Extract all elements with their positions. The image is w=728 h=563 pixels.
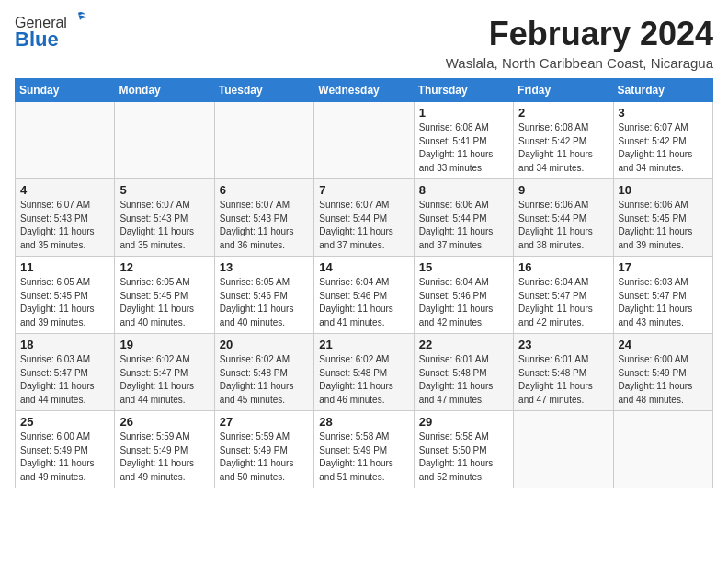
day-number: 25: [20, 415, 109, 429]
day-info: Sunrise: 6:05 AM Sunset: 5:45 PM Dayligh…: [119, 276, 209, 329]
day-number: 18: [20, 338, 109, 351]
logo-bird-icon: [69, 11, 87, 28]
day-info: Sunrise: 6:08 AM Sunset: 5:42 PM Dayligh…: [518, 121, 608, 175]
day-number: 19: [119, 338, 209, 351]
header: General Blue February 2024 Waslala, Nort…: [15, 15, 713, 71]
weekday-header-cell: Sunday: [16, 79, 115, 102]
day-number: 16: [518, 260, 608, 274]
calendar-day-cell: [214, 102, 313, 179]
day-info: Sunrise: 6:07 AM Sunset: 5:43 PM Dayligh…: [220, 199, 309, 252]
day-number: 15: [419, 260, 508, 274]
calendar-day-cell: [514, 411, 613, 488]
day-number: 27: [220, 415, 309, 429]
calendar-week-row: 11Sunrise: 6:05 AM Sunset: 5:45 PM Dayli…: [16, 257, 713, 334]
calendar-week-row: 18Sunrise: 6:03 AM Sunset: 5:47 PM Dayli…: [16, 334, 713, 411]
calendar-day-cell: [16, 102, 115, 179]
calendar-day-cell: 10Sunrise: 6:06 AM Sunset: 5:45 PM Dayli…: [613, 179, 712, 257]
calendar-day-cell: 6Sunrise: 6:07 AM Sunset: 5:43 PM Daylig…: [214, 179, 313, 257]
day-info: Sunrise: 5:58 AM Sunset: 5:50 PM Dayligh…: [419, 431, 508, 484]
day-number: 22: [419, 338, 508, 351]
day-number: 12: [119, 260, 209, 274]
calendar-day-cell: 19Sunrise: 6:02 AM Sunset: 5:47 PM Dayli…: [115, 334, 214, 411]
calendar-day-cell: 5Sunrise: 6:07 AM Sunset: 5:43 PM Daylig…: [115, 179, 214, 257]
calendar-week-row: 4Sunrise: 6:07 AM Sunset: 5:43 PM Daylig…: [16, 179, 713, 257]
calendar-day-cell: 21Sunrise: 6:02 AM Sunset: 5:48 PM Dayli…: [314, 334, 414, 411]
day-info: Sunrise: 6:00 AM Sunset: 5:49 PM Dayligh…: [619, 353, 708, 407]
day-number: 1: [419, 106, 508, 120]
day-info: Sunrise: 6:02 AM Sunset: 5:47 PM Dayligh…: [119, 353, 209, 407]
day-number: 23: [518, 338, 608, 351]
day-number: 5: [119, 183, 209, 197]
calendar-day-cell: 7Sunrise: 6:07 AM Sunset: 5:44 PM Daylig…: [314, 179, 414, 257]
calendar-day-cell: 16Sunrise: 6:04 AM Sunset: 5:47 PM Dayli…: [514, 257, 613, 334]
calendar-day-cell: 22Sunrise: 6:01 AM Sunset: 5:48 PM Dayli…: [414, 334, 513, 411]
logo: General Blue: [15, 15, 87, 52]
calendar-day-cell: 18Sunrise: 6:03 AM Sunset: 5:47 PM Dayli…: [16, 334, 115, 411]
day-info: Sunrise: 6:01 AM Sunset: 5:48 PM Dayligh…: [419, 353, 508, 407]
calendar-week-row: 25Sunrise: 6:00 AM Sunset: 5:49 PM Dayli…: [16, 411, 713, 488]
calendar-day-cell: 20Sunrise: 6:02 AM Sunset: 5:48 PM Dayli…: [214, 334, 313, 411]
day-number: 14: [319, 260, 408, 274]
day-number: 13: [220, 260, 309, 274]
location-subtitle: Waslala, North Caribbean Coast, Nicaragu…: [446, 55, 713, 71]
day-info: Sunrise: 6:04 AM Sunset: 5:46 PM Dayligh…: [319, 276, 408, 329]
calendar-day-cell: 25Sunrise: 6:00 AM Sunset: 5:49 PM Dayli…: [16, 411, 115, 488]
day-info: Sunrise: 6:07 AM Sunset: 5:42 PM Dayligh…: [619, 121, 708, 175]
calendar-table: SundayMondayTuesdayWednesdayThursdayFrid…: [15, 78, 713, 488]
day-number: 29: [419, 415, 508, 429]
calendar-day-cell: 3Sunrise: 6:07 AM Sunset: 5:42 PM Daylig…: [613, 102, 712, 179]
weekday-header-row: SundayMondayTuesdayWednesdayThursdayFrid…: [16, 79, 713, 102]
calendar-day-cell: 13Sunrise: 6:05 AM Sunset: 5:46 PM Dayli…: [214, 257, 313, 334]
calendar-day-cell: 23Sunrise: 6:01 AM Sunset: 5:48 PM Dayli…: [514, 334, 613, 411]
day-info: Sunrise: 6:05 AM Sunset: 5:45 PM Dayligh…: [20, 276, 109, 329]
day-number: 2: [518, 106, 608, 120]
calendar-day-cell: 4Sunrise: 6:07 AM Sunset: 5:43 PM Daylig…: [16, 179, 115, 257]
day-number: 7: [319, 183, 408, 197]
day-info: Sunrise: 5:59 AM Sunset: 5:49 PM Dayligh…: [119, 431, 209, 484]
day-number: 24: [619, 338, 708, 351]
day-info: Sunrise: 5:59 AM Sunset: 5:49 PM Dayligh…: [220, 431, 309, 484]
day-info: Sunrise: 5:58 AM Sunset: 5:49 PM Dayligh…: [319, 431, 408, 484]
day-info: Sunrise: 6:01 AM Sunset: 5:48 PM Dayligh…: [518, 353, 608, 407]
weekday-header-cell: Thursday: [414, 79, 513, 102]
calendar-day-cell: 12Sunrise: 6:05 AM Sunset: 5:45 PM Dayli…: [115, 257, 214, 334]
day-number: 4: [20, 183, 109, 197]
day-info: Sunrise: 6:03 AM Sunset: 5:47 PM Dayligh…: [20, 353, 109, 407]
calendar-day-cell: 15Sunrise: 6:04 AM Sunset: 5:46 PM Dayli…: [414, 257, 513, 334]
weekday-header-cell: Monday: [115, 79, 214, 102]
day-info: Sunrise: 6:03 AM Sunset: 5:47 PM Dayligh…: [619, 276, 708, 329]
day-info: Sunrise: 6:04 AM Sunset: 5:47 PM Dayligh…: [518, 276, 608, 329]
day-info: Sunrise: 6:02 AM Sunset: 5:48 PM Dayligh…: [220, 353, 309, 407]
day-number: 9: [518, 183, 608, 197]
calendar-body: 1Sunrise: 6:08 AM Sunset: 5:41 PM Daylig…: [16, 102, 713, 488]
calendar-day-cell: 28Sunrise: 5:58 AM Sunset: 5:49 PM Dayli…: [314, 411, 414, 488]
calendar-week-row: 1Sunrise: 6:08 AM Sunset: 5:41 PM Daylig…: [16, 102, 713, 179]
day-number: 3: [619, 106, 708, 120]
calendar-day-cell: 2Sunrise: 6:08 AM Sunset: 5:42 PM Daylig…: [514, 102, 613, 179]
calendar-day-cell: 9Sunrise: 6:06 AM Sunset: 5:44 PM Daylig…: [514, 179, 613, 257]
day-number: 21: [319, 338, 408, 351]
day-number: 6: [220, 183, 309, 197]
day-number: 20: [220, 338, 309, 351]
calendar-day-cell: 17Sunrise: 6:03 AM Sunset: 5:47 PM Dayli…: [613, 257, 712, 334]
day-info: Sunrise: 6:07 AM Sunset: 5:43 PM Dayligh…: [20, 199, 109, 252]
calendar-day-cell: 27Sunrise: 5:59 AM Sunset: 5:49 PM Dayli…: [214, 411, 313, 488]
calendar-day-cell: 26Sunrise: 5:59 AM Sunset: 5:49 PM Dayli…: [115, 411, 214, 488]
day-number: 10: [619, 183, 708, 197]
calendar-day-cell: 14Sunrise: 6:04 AM Sunset: 5:46 PM Dayli…: [314, 257, 414, 334]
calendar-day-cell: 24Sunrise: 6:00 AM Sunset: 5:49 PM Dayli…: [613, 334, 712, 411]
day-info: Sunrise: 6:06 AM Sunset: 5:45 PM Dayligh…: [619, 199, 708, 252]
day-info: Sunrise: 6:06 AM Sunset: 5:44 PM Dayligh…: [518, 199, 608, 252]
calendar-day-cell: [613, 411, 712, 488]
calendar-day-cell: 8Sunrise: 6:06 AM Sunset: 5:44 PM Daylig…: [414, 179, 513, 257]
calendar-day-cell: [115, 102, 214, 179]
title-area: February 2024 Waslala, North Caribbean C…: [446, 15, 713, 71]
weekday-header-cell: Saturday: [613, 79, 712, 102]
calendar-day-cell: [314, 102, 414, 179]
logo-blue-text: Blue: [15, 28, 59, 52]
weekday-header-cell: Tuesday: [214, 79, 313, 102]
day-info: Sunrise: 6:07 AM Sunset: 5:43 PM Dayligh…: [119, 199, 209, 252]
weekday-header-cell: Wednesday: [314, 79, 414, 102]
day-info: Sunrise: 6:02 AM Sunset: 5:48 PM Dayligh…: [319, 353, 408, 407]
day-info: Sunrise: 6:08 AM Sunset: 5:41 PM Dayligh…: [419, 121, 508, 175]
